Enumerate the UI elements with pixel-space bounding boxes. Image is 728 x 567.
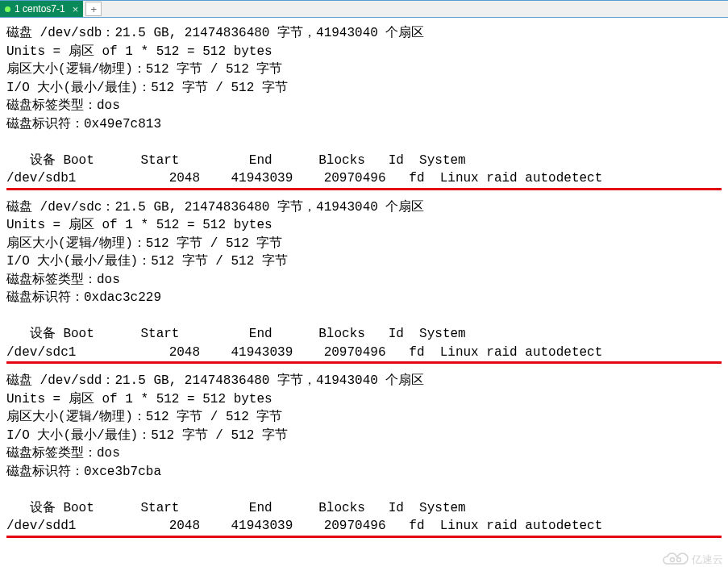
identifier-line: 磁盘标识符：0xdac3c229 — [6, 290, 161, 305]
terminal-output[interactable]: 磁盘 /dev/sdd：21.5 GB, 21474836480 字节，4194… — [0, 365, 728, 536]
plus-icon: + — [91, 3, 98, 15]
watermark: 亿速云 — [661, 552, 723, 567]
units-line: Units = 扇区 of 1 * 512 = 512 bytes — [6, 218, 272, 232]
sector-size-line: 扇区大小(逻辑/物理)：512 字节 / 512 字节 — [6, 410, 282, 424]
partition-row: /dev/sdc1 2048 41943039 20970496 fd Linu… — [6, 344, 722, 362]
identifier-line: 磁盘标识符：0xce3b7cba — [6, 465, 161, 479]
tab-bar: 1 centos7-1 × + — [0, 0, 728, 18]
partition-row: /dev/sdd1 2048 41943039 20970496 fd Linu… — [6, 517, 722, 536]
highlight-underline — [6, 361, 722, 364]
partition-row: /dev/sdb1 2048 41943039 20970496 fd Linu… — [6, 169, 722, 188]
io-size-line: I/O 大小(最小/最佳)：512 字节 / 512 字节 — [6, 81, 288, 95]
identifier-line: 磁盘标识符：0x49e7c813 — [6, 117, 161, 131]
disk-line: 磁盘 /dev/sdd：21.5 GB, 21474836480 字节，4194… — [6, 373, 424, 388]
units-line: Units = 扇区 of 1 * 512 = 512 bytes — [6, 392, 272, 406]
disk-info-sdb: 磁盘 /dev/sdb：21.5 GB, 21474836480 字节，4194… — [6, 24, 722, 188]
sector-size-line: 扇区大小(逻辑/物理)：512 字节 / 512 字节 — [6, 62, 282, 77]
sector-size-line: 扇区大小(逻辑/物理)：512 字节 / 512 字节 — [6, 236, 282, 251]
label-type-line: 磁盘标签类型：dos — [6, 273, 120, 287]
disk-line: 磁盘 /dev/sdb：21.5 GB, 21474836480 字节，4194… — [6, 26, 424, 40]
watermark-text: 亿速云 — [692, 552, 723, 567]
terminal-output[interactable]: 磁盘 /dev/sdc：21.5 GB, 21474836480 字节，4194… — [0, 192, 728, 362]
units-line: Units = 扇区 of 1 * 512 = 512 bytes — [6, 44, 272, 59]
status-dot-icon — [5, 6, 10, 12]
highlight-underline — [6, 536, 722, 538]
add-tab-button[interactable]: + — [85, 2, 102, 16]
label-type-line: 磁盘标签类型：dos — [6, 98, 120, 113]
label-type-line: 磁盘标签类型：dos — [6, 446, 120, 461]
partition-header: 设备 Boot Start End Blocks Id System — [6, 325, 722, 344]
io-size-line: I/O 大小(最小/最佳)：512 字节 / 512 字节 — [6, 428, 288, 443]
partition-header: 设备 Boot Start End Blocks Id System — [6, 152, 722, 170]
disk-info-sdd: 磁盘 /dev/sdd：21.5 GB, 21474836480 字节，4194… — [6, 372, 722, 536]
close-icon[interactable]: × — [69, 4, 79, 15]
terminal-output[interactable]: 磁盘 /dev/sdb：21.5 GB, 21474836480 字节，4194… — [0, 18, 728, 188]
disk-line: 磁盘 /dev/sdc：21.5 GB, 21474836480 字节，4194… — [6, 200, 424, 215]
partition-header: 设备 Boot Start End Blocks Id System — [6, 499, 722, 518]
svg-point-1 — [677, 558, 681, 562]
cloud-icon — [661, 552, 688, 567]
disk-info-sdc: 磁盘 /dev/sdc：21.5 GB, 21474836480 字节，4194… — [6, 198, 722, 362]
highlight-underline — [6, 188, 722, 190]
io-size-line: I/O 大小(最小/最佳)：512 字节 / 512 字节 — [6, 254, 288, 269]
svg-point-0 — [671, 558, 675, 562]
tab-centos7-1[interactable]: 1 centos7-1 × — [0, 1, 83, 17]
tab-label: 1 centos7-1 — [15, 3, 65, 15]
